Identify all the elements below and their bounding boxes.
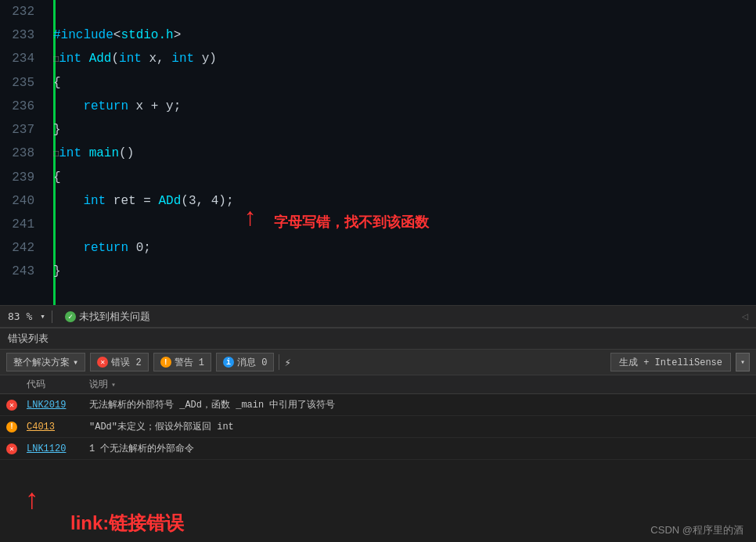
error-icon-1: ✕ [6,400,17,411]
code-line-241: 241 ↑ 字母写错，找不到该函数 [0,213,756,236]
status-ok-text: 未找到相关问题 [79,310,150,324]
error-icon: ✕ [97,357,108,368]
line-num-237: 237 [0,118,47,142]
error-panel: 错误列表 整个解决方案 ▾ ✕ 错误 2 ! 警告 1 i 消息 0 ⚡ 生成 … [0,327,756,542]
row-code-lnk2019[interactable]: LNK2019 [23,400,86,411]
line-num-242: 242 [0,236,47,260]
code-line-238: 238 □int main() [0,142,756,166]
code-line-239: 239 { [0,166,756,189]
line-num-236: 236 [0,95,47,118]
line-num-233: 233 [0,23,47,47]
scope-arrow-icon: ▾ [73,357,78,368]
status-ok-area: ✓ 未找到相关问题 [65,310,150,324]
error-row-lnk1120[interactable]: ✕ LNK1120 1 个无法解析的外部命令 [0,438,756,460]
link-up-arrow-icon: ↑ [23,487,41,515]
line-content-239: { [47,166,756,189]
error-panel-title: 错误列表 [0,328,756,350]
error-toolbar: 整个解决方案 ▾ ✕ 错误 2 ! 警告 1 i 消息 0 ⚡ 生成 + Int… [0,350,756,375]
code-area: 232 233 #include<stdio.h> 234 □int Add(i… [0,0,756,305]
annotation-text: 字母写错，找不到该函数 [274,213,429,232]
row-desc-lnk1120: 1 个无法解析的外部命令 [86,442,756,455]
line-content-242: return 0; [47,236,756,260]
row-warning-icon-2: ! [0,422,23,433]
row-desc-lnk2019: 无法解析的外部符号 _ADd，函数 _main 中引用了该符号 [86,398,756,411]
row-desc-c4013: "ADd"未定义；假设外部返回 int [86,420,756,433]
line-num-232: 232 [0,0,47,23]
row-error-icon-3: ✕ [0,443,23,454]
code-line-235: 235 { [0,71,756,95]
scroll-right-icon[interactable]: ◁ [742,310,748,323]
line-content-235: { [47,71,756,95]
status-ok-icon: ✓ [65,311,76,322]
error-icon-3: ✕ [6,443,17,454]
row-code-c4013[interactable]: C4013 [23,422,86,433]
line-content-243: } [47,260,756,283]
code-line-240: 240 int ret = ADd(3, 4); [0,189,756,213]
info-count-btn[interactable]: i 消息 0 [216,353,274,372]
row-error-icon-1: ✕ [0,400,23,411]
csdn-watermark: CSDN @程序里的酒 [650,523,743,537]
code-line-232: 232 [0,0,756,23]
line-num-235: 235 [0,71,47,95]
line-num-239: 239 [0,166,47,189]
zoom-level[interactable]: 83 % [8,310,32,322]
line-content-240: int ret = ADd(3, 4); [47,189,756,213]
line-content-236: return x + y; [47,95,756,118]
error-table-header: 代码 说明 ▾ [0,375,756,394]
error-count-label: 错误 2 [111,356,141,369]
line-content-238: □int main() [47,142,756,166]
scope-label: 整个解决方案 [13,356,70,369]
sort-arrow-icon[interactable]: ▾ [111,380,116,389]
build-btn[interactable]: 生成 + IntelliSense [610,353,731,372]
code-editor: 232 233 #include<stdio.h> 234 □int Add(i… [0,0,756,305]
build-btn-label: 生成 + IntelliSense [619,356,722,369]
error-row-c4013[interactable]: ! C4013 "ADd"未定义；假设外部返回 int [0,416,756,438]
code-line-243: 243 } [0,260,756,283]
code-line-236: 236 return x + y; [0,95,756,118]
line-num-238: 238 [0,142,47,165]
up-arrow-icon: ↑ [243,206,257,232]
scope-dropdown[interactable]: 整个解决方案 ▾ [6,353,85,372]
filter-icon[interactable]: ⚡ [284,356,290,369]
code-line-242: 242 return 0; [0,236,756,260]
line-num-234: 234 [0,47,47,70]
line-content-234: □int Add(int x, int y) [47,47,756,71]
build-dropdown-arrow[interactable]: ▾ [736,353,750,372]
info-count-label: 消息 0 [237,356,267,369]
warning-icon-2: ! [6,422,17,433]
zoom-dropdown[interactable]: ▾ [40,311,45,321]
build-arrow-icon: ▾ [740,357,745,367]
warning-count-label: 警告 1 [175,356,204,369]
line-content-237: } [47,118,756,142]
line-num-241: 241 [0,213,47,236]
code-line-233: 233 #include<stdio.h> [0,23,756,47]
error-count-btn[interactable]: ✕ 错误 2 [90,353,148,372]
info-icon: i [223,357,234,368]
status-bar: 83 % ▾ ✓ 未找到相关问题 ◁ [0,305,756,327]
code-line-237: 237 } [0,118,756,142]
code-line-234: 234 □int Add(int x, int y) [0,47,756,71]
row-code-lnk1120[interactable]: LNK1120 [23,443,86,454]
link-error-annotation: link:链接错误 [70,511,184,536]
error-table: ✕ LNK2019 无法解析的外部符号 _ADd，函数 _main 中引用了该符… [0,394,756,503]
error-row-lnk2019[interactable]: ✕ LNK2019 无法解析的外部符号 _ADd，函数 _main 中引用了该符… [0,394,756,416]
line-num-240: 240 [0,189,47,213]
col-header-desc: 说明 ▾ [86,378,756,391]
bottom-area: link:链接错误 ↑ CSDN @程序里的酒 [0,503,756,542]
col-header-code: 代码 [23,378,86,391]
line-num-243: 243 [0,260,47,283]
warning-icon: ! [160,357,171,368]
line-content-233: #include<stdio.h> [47,23,756,47]
warning-count-btn[interactable]: ! 警告 1 [153,353,211,372]
